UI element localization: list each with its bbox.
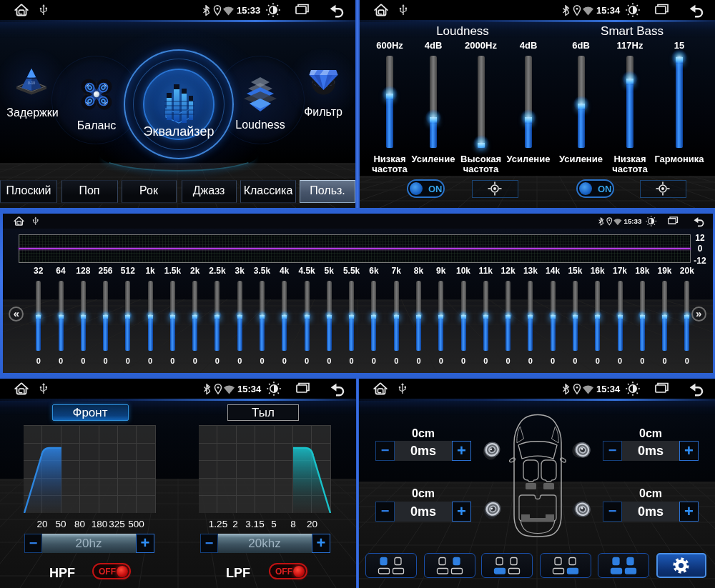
svg-text:15:34: 15:34	[237, 384, 262, 394]
svg-text:15:33: 15:33	[237, 5, 260, 16]
svg-text:15:33: 15:33	[624, 217, 643, 225]
svg-text:15:34: 15:34	[596, 5, 621, 16]
svg-text:15:34: 15:34	[596, 384, 621, 394]
svg-text:0-10: 0-10	[28, 81, 35, 85]
